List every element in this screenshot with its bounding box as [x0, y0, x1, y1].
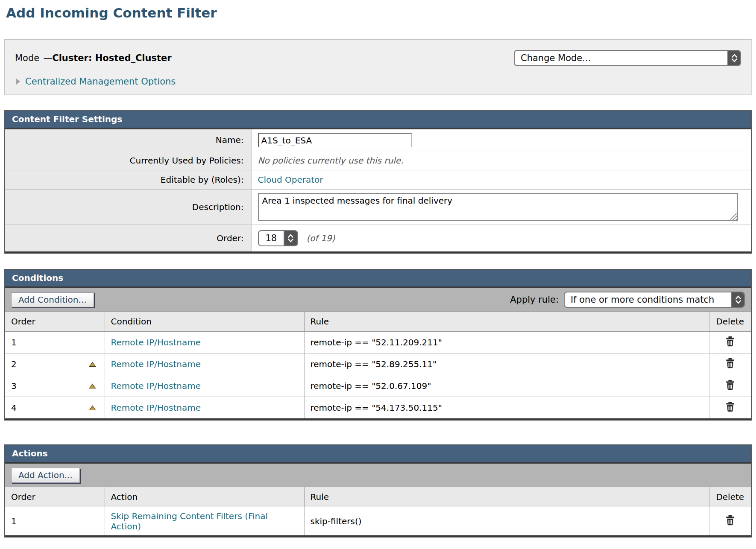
add-condition-button[interactable]: Add Condition... [11, 292, 94, 307]
condition-rule: remote-ip == "52.89.255.11" [304, 353, 709, 375]
conditions-section: Conditions Add Condition... Apply rule: … [4, 269, 752, 421]
col-delete: Delete [709, 312, 751, 332]
actions-toolbar: Add Action... [5, 464, 751, 487]
delete-action-button[interactable] [724, 514, 736, 526]
conditions-header: Conditions [5, 270, 751, 288]
move-up-icon [89, 362, 96, 367]
trash-icon [724, 357, 736, 369]
actions-table-header-row: Order Action Rule Delete [5, 487, 751, 507]
move-up-icon [89, 405, 96, 411]
condition-link[interactable]: Remote IP/Hostname [111, 381, 201, 391]
condition-link[interactable]: Remote IP/Hostname [111, 359, 201, 369]
conditions-table-header-row: Order Condition Rule Delete [5, 312, 751, 332]
col-action: Action [105, 487, 304, 507]
col-condition: Condition [105, 312, 304, 332]
page-title: Add Incoming Content Filter [6, 5, 752, 20]
stepper-icon [731, 292, 744, 307]
stepper-icon [727, 51, 740, 65]
mode-row: Mode — Cluster: Hosted_Cluster Change Mo… [15, 50, 741, 66]
condition-link[interactable]: Remote IP/Hostname [111, 403, 201, 413]
condition-row: 3 Remote IP/Hostname remote-ip == "52.0.… [5, 375, 751, 397]
col-delete: Delete [709, 487, 751, 507]
mode-value: Cluster: Hosted_Cluster [52, 53, 171, 63]
trash-icon [724, 379, 736, 391]
condition-order: 2 [11, 359, 17, 369]
description-input[interactable] [258, 193, 738, 221]
stepper-icon [284, 231, 297, 245]
condition-row: 4 Remote IP/Hostname remote-ip == "54.17… [5, 397, 751, 419]
condition-order: 3 [11, 381, 17, 391]
order-stepper-value: 18 [259, 231, 284, 245]
mode-dash: — [43, 53, 52, 63]
delete-condition-button[interactable] [724, 379, 736, 391]
action-rule: skip-filters() [304, 507, 709, 536]
policies-label: Currently Used by Policies: [5, 151, 252, 170]
settings-table: Name: Currently Used by Policies: No pol… [5, 129, 751, 251]
condition-link[interactable]: Remote IP/Hostname [111, 337, 201, 348]
mode-panel: Mode — Cluster: Hosted_Cluster Change Mo… [4, 39, 752, 95]
col-order: Order [5, 487, 105, 507]
settings-row-name: Name: [5, 129, 751, 151]
name-label: Name: [5, 129, 252, 151]
actions-table: Order Action Rule Delete 1 Skip Remainin… [5, 487, 751, 535]
settings-row-editable: Editable by (Roles): Cloud Operator [5, 170, 751, 190]
apply-rule-select-value: If one or more conditions match [565, 292, 731, 307]
policies-value: No policies currently use this rule. [258, 155, 404, 166]
actions-section: Actions Add Action... Order Action Rule … [4, 444, 752, 537]
conditions-toolbar: Add Condition... Apply rule: If one or m… [5, 288, 751, 312]
apply-rule-label: Apply rule: [510, 295, 559, 305]
centralized-management-row: Centralized Management Options [15, 76, 741, 87]
delete-condition-button[interactable] [724, 401, 736, 412]
settings-row-order: Order: 18 (of 19) [5, 225, 751, 252]
condition-row: 2 Remote IP/Hostname remote-ip == "52.89… [5, 353, 751, 375]
action-link[interactable]: Skip Remaining Content Filters (Final Ac… [111, 511, 268, 531]
page: Add Incoming Content Filter Mode — Clust… [4, 5, 752, 549]
order-stepper[interactable]: 18 [258, 230, 298, 246]
move-up-button[interactable] [89, 383, 96, 389]
move-up-button[interactable] [89, 362, 96, 367]
change-mode-select-value: Change Mode... [515, 51, 727, 65]
actions-header: Actions [5, 445, 751, 464]
col-order: Order [5, 312, 105, 332]
delete-condition-button[interactable] [724, 336, 736, 347]
col-rule: Rule [304, 487, 709, 507]
mode-label: Mode [15, 53, 39, 63]
condition-row: 1 Remote IP/Hostname remote-ip == "52.11… [5, 332, 751, 353]
editable-label: Editable by (Roles): [5, 170, 252, 190]
disclosure-triangle-icon [16, 78, 20, 85]
condition-order: 1 [11, 337, 17, 348]
condition-rule: remote-ip == "52.11.209.211" [304, 332, 709, 353]
apply-rule-group: Apply rule: If one or more conditions ma… [510, 292, 745, 308]
editable-roles-link[interactable]: Cloud Operator [258, 175, 323, 185]
settings-row-policies: Currently Used by Policies: No policies … [5, 151, 751, 170]
order-label: Order: [5, 225, 252, 252]
content-filter-settings-header: Content Filter Settings [5, 111, 751, 129]
add-action-button[interactable]: Add Action... [11, 468, 80, 483]
conditions-table: Order Condition Rule Delete 1 Remote IP/… [5, 312, 751, 418]
move-up-icon [89, 383, 96, 389]
action-order: 1 [11, 516, 17, 526]
order-total: (of 19) [307, 233, 335, 243]
action-row: 1 Skip Remaining Content Filters (Final … [5, 507, 751, 536]
centralized-management-options-link[interactable]: Centralized Management Options [25, 76, 176, 87]
condition-rule: remote-ip == "52.0.67.109" [304, 375, 709, 397]
apply-rule-select[interactable]: If one or more conditions match [564, 292, 745, 308]
change-mode-select[interactable]: Change Mode... [514, 50, 741, 66]
move-up-button[interactable] [89, 405, 96, 411]
settings-row-description: Description: [5, 190, 751, 225]
trash-icon [724, 401, 736, 412]
condition-rule: remote-ip == "54.173.50.115" [304, 397, 709, 419]
trash-icon [724, 336, 736, 347]
trash-icon [724, 514, 736, 526]
condition-order: 4 [11, 403, 17, 413]
name-input[interactable] [258, 133, 412, 147]
delete-condition-button[interactable] [724, 357, 736, 369]
col-rule: Rule [304, 312, 709, 332]
content-filter-settings-section: Content Filter Settings Name: Currently … [4, 110, 752, 254]
description-label: Description: [5, 190, 252, 225]
